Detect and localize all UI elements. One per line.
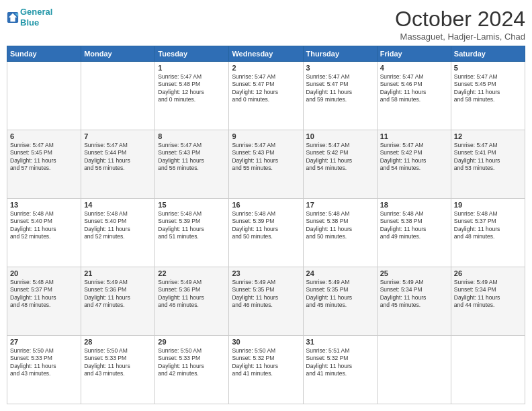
calendar-row-2: 13Sunrise: 5:48 AM Sunset: 5:40 PM Dayli… xyxy=(7,199,525,267)
calendar-cell: 23Sunrise: 5:49 AM Sunset: 5:35 PM Dayli… xyxy=(229,267,303,336)
cell-info: Sunrise: 5:50 AM Sunset: 5:33 PM Dayligh… xyxy=(158,347,226,378)
calendar-cell: 13Sunrise: 5:48 AM Sunset: 5:40 PM Dayli… xyxy=(7,199,81,267)
day-number: 2 xyxy=(232,64,300,72)
calendar-cell: 19Sunrise: 5:48 AM Sunset: 5:37 PM Dayli… xyxy=(451,199,525,267)
calendar-cell: 9Sunrise: 5:47 AM Sunset: 5:43 PM Daylig… xyxy=(229,130,303,199)
calendar-table: SundayMondayTuesdayWednesdayThursdayFrid… xyxy=(7,46,525,404)
logo-icon xyxy=(7,11,19,24)
calendar-cell: 6Sunrise: 5:47 AM Sunset: 5:45 PM Daylig… xyxy=(7,130,81,199)
cell-info: Sunrise: 5:49 AM Sunset: 5:35 PM Dayligh… xyxy=(306,279,374,310)
weekday-header-thursday: Thursday xyxy=(303,46,377,62)
calendar-cell: 29Sunrise: 5:50 AM Sunset: 5:33 PM Dayli… xyxy=(155,336,229,404)
location-subtitle: Massaguet, Hadjer-Lamis, Chad xyxy=(395,32,525,42)
cell-info: Sunrise: 5:50 AM Sunset: 5:33 PM Dayligh… xyxy=(84,347,152,378)
cell-info: Sunrise: 5:47 AM Sunset: 5:48 PM Dayligh… xyxy=(158,73,226,104)
calendar-cell: 16Sunrise: 5:48 AM Sunset: 5:39 PM Dayli… xyxy=(229,199,303,267)
cell-info: Sunrise: 5:48 AM Sunset: 5:39 PM Dayligh… xyxy=(158,210,226,241)
cell-info: Sunrise: 5:48 AM Sunset: 5:39 PM Dayligh… xyxy=(232,210,300,241)
calendar-cell: 22Sunrise: 5:49 AM Sunset: 5:36 PM Dayli… xyxy=(155,267,229,336)
weekday-header-wednesday: Wednesday xyxy=(229,46,303,62)
day-number: 28 xyxy=(84,338,152,346)
calendar-cell: 17Sunrise: 5:48 AM Sunset: 5:38 PM Dayli… xyxy=(303,199,377,267)
day-number: 3 xyxy=(306,64,374,72)
day-number: 4 xyxy=(380,64,448,72)
calendar-cell xyxy=(81,62,155,130)
day-number: 31 xyxy=(306,338,374,346)
weekday-header-tuesday: Tuesday xyxy=(155,46,229,62)
cell-info: Sunrise: 5:47 AM Sunset: 5:44 PM Dayligh… xyxy=(84,142,152,173)
calendar-cell: 10Sunrise: 5:47 AM Sunset: 5:42 PM Dayli… xyxy=(303,130,377,199)
day-number: 5 xyxy=(454,64,522,72)
cell-info: Sunrise: 5:48 AM Sunset: 5:38 PM Dayligh… xyxy=(380,210,448,241)
page: General Blue October 2024 Massaguet, Had… xyxy=(0,0,532,411)
day-number: 1 xyxy=(158,64,226,72)
cell-info: Sunrise: 5:47 AM Sunset: 5:46 PM Dayligh… xyxy=(380,73,448,104)
cell-info: Sunrise: 5:47 AM Sunset: 5:45 PM Dayligh… xyxy=(10,142,78,173)
calendar-cell: 2Sunrise: 5:47 AM Sunset: 5:47 PM Daylig… xyxy=(229,62,303,130)
day-number: 12 xyxy=(454,132,522,140)
calendar-cell xyxy=(7,62,81,130)
calendar-cell: 18Sunrise: 5:48 AM Sunset: 5:38 PM Dayli… xyxy=(377,199,451,267)
cell-info: Sunrise: 5:49 AM Sunset: 5:34 PM Dayligh… xyxy=(380,279,448,310)
day-number: 8 xyxy=(158,132,226,140)
cell-info: Sunrise: 5:47 AM Sunset: 5:42 PM Dayligh… xyxy=(306,142,374,173)
day-number: 23 xyxy=(232,269,300,277)
cell-info: Sunrise: 5:47 AM Sunset: 5:42 PM Dayligh… xyxy=(380,142,448,173)
day-number: 29 xyxy=(158,338,226,346)
weekday-header-row: SundayMondayTuesdayWednesdayThursdayFrid… xyxy=(7,46,525,62)
day-number: 6 xyxy=(10,132,78,140)
cell-info: Sunrise: 5:48 AM Sunset: 5:38 PM Dayligh… xyxy=(306,210,374,241)
logo: General Blue xyxy=(7,7,52,28)
calendar-cell: 15Sunrise: 5:48 AM Sunset: 5:39 PM Dayli… xyxy=(155,199,229,267)
cell-info: Sunrise: 5:50 AM Sunset: 5:32 PM Dayligh… xyxy=(232,347,300,378)
calendar-cell: 24Sunrise: 5:49 AM Sunset: 5:35 PM Dayli… xyxy=(303,267,377,336)
day-number: 10 xyxy=(306,132,374,140)
day-number: 19 xyxy=(454,201,522,209)
calendar-cell: 27Sunrise: 5:50 AM Sunset: 5:33 PM Dayli… xyxy=(7,336,81,404)
calendar-cell: 7Sunrise: 5:47 AM Sunset: 5:44 PM Daylig… xyxy=(81,130,155,199)
logo-general: General xyxy=(20,7,52,17)
calendar-cell: 20Sunrise: 5:48 AM Sunset: 5:37 PM Dayli… xyxy=(7,267,81,336)
cell-info: Sunrise: 5:47 AM Sunset: 5:45 PM Dayligh… xyxy=(454,73,522,104)
calendar-cell: 28Sunrise: 5:50 AM Sunset: 5:33 PM Dayli… xyxy=(81,336,155,404)
logo-blue: Blue xyxy=(20,17,39,28)
day-number: 13 xyxy=(10,201,78,209)
cell-info: Sunrise: 5:47 AM Sunset: 5:43 PM Dayligh… xyxy=(158,142,226,173)
calendar-cell: 4Sunrise: 5:47 AM Sunset: 5:46 PM Daylig… xyxy=(377,62,451,130)
day-number: 11 xyxy=(380,132,448,140)
day-number: 30 xyxy=(232,338,300,346)
cell-info: Sunrise: 5:48 AM Sunset: 5:40 PM Dayligh… xyxy=(84,210,152,241)
weekday-header-monday: Monday xyxy=(81,46,155,62)
title-block: October 2024 Massaguet, Hadjer-Lamis, Ch… xyxy=(395,7,525,42)
cell-info: Sunrise: 5:49 AM Sunset: 5:36 PM Dayligh… xyxy=(84,279,152,310)
day-number: 7 xyxy=(84,132,152,140)
day-number: 14 xyxy=(84,201,152,209)
calendar-cell: 31Sunrise: 5:51 AM Sunset: 5:32 PM Dayli… xyxy=(303,336,377,404)
calendar-cell: 30Sunrise: 5:50 AM Sunset: 5:32 PM Dayli… xyxy=(229,336,303,404)
calendar-cell: 11Sunrise: 5:47 AM Sunset: 5:42 PM Dayli… xyxy=(377,130,451,199)
calendar-cell: 14Sunrise: 5:48 AM Sunset: 5:40 PM Dayli… xyxy=(81,199,155,267)
day-number: 21 xyxy=(84,269,152,277)
cell-info: Sunrise: 5:47 AM Sunset: 5:47 PM Dayligh… xyxy=(232,73,300,104)
cell-info: Sunrise: 5:48 AM Sunset: 5:37 PM Dayligh… xyxy=(10,279,78,310)
cell-info: Sunrise: 5:49 AM Sunset: 5:34 PM Dayligh… xyxy=(454,279,522,310)
cell-info: Sunrise: 5:49 AM Sunset: 5:36 PM Dayligh… xyxy=(158,279,226,310)
calendar-row-0: 1Sunrise: 5:47 AM Sunset: 5:48 PM Daylig… xyxy=(7,62,525,130)
day-number: 15 xyxy=(158,201,226,209)
day-number: 27 xyxy=(10,338,78,346)
cell-info: Sunrise: 5:47 AM Sunset: 5:43 PM Dayligh… xyxy=(232,142,300,173)
calendar-cell: 12Sunrise: 5:47 AM Sunset: 5:41 PM Dayli… xyxy=(451,130,525,199)
weekday-header-sunday: Sunday xyxy=(7,46,81,62)
calendar-cell: 5Sunrise: 5:47 AM Sunset: 5:45 PM Daylig… xyxy=(451,62,525,130)
calendar-cell: 3Sunrise: 5:47 AM Sunset: 5:47 PM Daylig… xyxy=(303,62,377,130)
calendar-cell: 25Sunrise: 5:49 AM Sunset: 5:34 PM Dayli… xyxy=(377,267,451,336)
calendar-cell: 1Sunrise: 5:47 AM Sunset: 5:48 PM Daylig… xyxy=(155,62,229,130)
calendar-cell: 26Sunrise: 5:49 AM Sunset: 5:34 PM Dayli… xyxy=(451,267,525,336)
day-number: 22 xyxy=(158,269,226,277)
cell-info: Sunrise: 5:48 AM Sunset: 5:40 PM Dayligh… xyxy=(10,210,78,241)
cell-info: Sunrise: 5:50 AM Sunset: 5:33 PM Dayligh… xyxy=(10,347,78,378)
header: General Blue October 2024 Massaguet, Had… xyxy=(7,7,525,42)
cell-info: Sunrise: 5:47 AM Sunset: 5:47 PM Dayligh… xyxy=(306,73,374,104)
calendar-cell: 8Sunrise: 5:47 AM Sunset: 5:43 PM Daylig… xyxy=(155,130,229,199)
day-number: 9 xyxy=(232,132,300,140)
